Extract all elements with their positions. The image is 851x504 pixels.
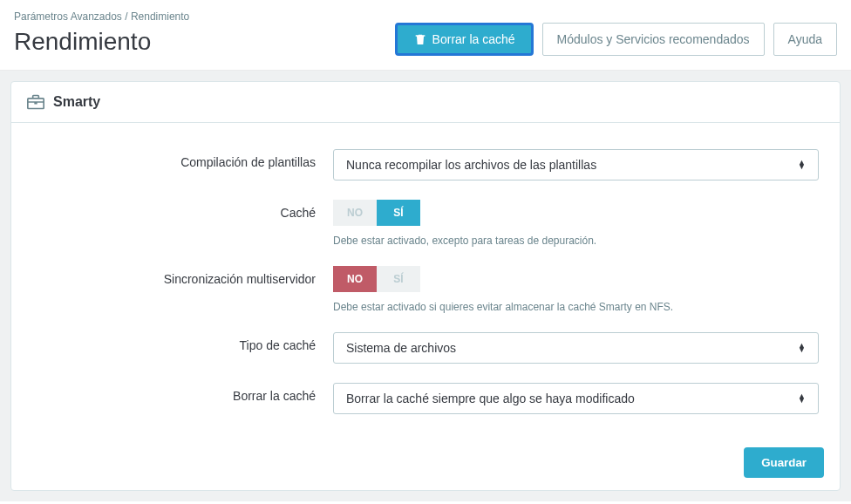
breadcrumb-sep: /	[125, 10, 127, 23]
label-cache-type: Tipo de caché	[32, 332, 333, 352]
field-template-compilation: Compilación de plantillas Nunca recompil…	[32, 149, 819, 180]
select-clear-cache[interactable]: Borrar la caché siempre que algo se haya…	[333, 383, 819, 414]
panel-body: Compilación de plantillas Nunca recompil…	[11, 123, 840, 435]
field-clear-cache: Borrar la caché Borrar la caché siempre …	[32, 383, 819, 414]
page-title: Rendimiento	[14, 28, 189, 56]
sort-icon: ▲▼	[798, 394, 806, 403]
select-value: Nunca recompilar los archivos de las pla…	[346, 158, 798, 172]
label-template-compilation: Compilación de plantillas	[32, 149, 333, 169]
label-clear-cache: Borrar la caché	[32, 383, 333, 403]
breadcrumb-current: Rendimiento	[131, 10, 189, 23]
select-template-compilation[interactable]: Nunca recompilar los archivos de las pla…	[333, 149, 819, 180]
panel-footer: Guardar	[11, 435, 840, 490]
toggle-multi-sync[interactable]: NO SÍ	[333, 266, 420, 292]
select-value: Borrar la caché siempre que algo se haya…	[346, 392, 798, 405]
select-cache-type[interactable]: Sistema de archivos ▲▼	[333, 332, 819, 364]
save-button[interactable]: Guardar	[744, 447, 824, 478]
trash-icon	[413, 32, 427, 46]
field-cache: Caché NO SÍ Debe estar activado, excepto…	[32, 200, 819, 247]
help-multi-sync: Debe estar activado si quieres evitar al…	[333, 301, 819, 313]
clear-cache-label: Borrar la caché	[432, 32, 515, 46]
clear-cache-button[interactable]: Borrar la caché	[395, 23, 534, 56]
toggle-cache-yes[interactable]: SÍ	[377, 200, 420, 226]
content-area: Smarty Compilación de plantillas Nunca r…	[0, 71, 851, 501]
smarty-panel: Smarty Compilación de plantillas Nunca r…	[10, 81, 841, 491]
panel-title: Smarty	[53, 94, 100, 110]
page-header: Parámetros Avanzados / Rendimiento Rendi…	[0, 0, 851, 71]
panel-header: Smarty	[11, 82, 840, 123]
toggle-cache[interactable]: NO SÍ	[333, 200, 420, 226]
label-cache: Caché	[32, 200, 333, 220]
field-multi-sync: Sincronización multiservidor NO SÍ Debe …	[32, 266, 819, 313]
recommended-button[interactable]: Módulos y Servicios recomendados	[542, 23, 765, 56]
briefcase-icon	[27, 94, 44, 110]
sort-icon: ▲▼	[798, 344, 806, 352]
toggle-cache-no[interactable]: NO	[333, 200, 377, 226]
breadcrumb: Parámetros Avanzados / Rendimiento	[14, 10, 189, 23]
help-button[interactable]: Ayuda	[773, 23, 837, 56]
field-cache-type: Tipo de caché Sistema de archivos ▲▼	[32, 332, 819, 364]
toggle-multi-sync-yes[interactable]: SÍ	[377, 266, 420, 292]
select-value: Sistema de archivos	[346, 341, 798, 355]
header-actions: Borrar la caché Módulos y Servicios reco…	[395, 23, 837, 56]
help-cache: Debe estar activado, excepto para tareas…	[333, 235, 819, 247]
toggle-multi-sync-no[interactable]: NO	[333, 266, 377, 292]
breadcrumb-parent[interactable]: Parámetros Avanzados	[14, 10, 122, 23]
label-multi-sync: Sincronización multiservidor	[32, 266, 333, 286]
sort-icon: ▲▼	[798, 160, 806, 169]
